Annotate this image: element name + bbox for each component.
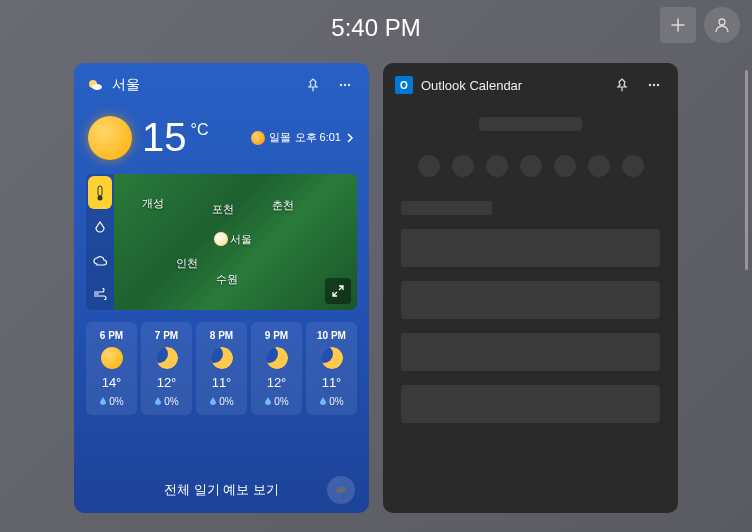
sunset-icon: [251, 131, 265, 145]
svg-point-4: [344, 84, 346, 86]
plus-icon: [670, 17, 686, 33]
top-bar: 5:40 PM: [0, 0, 752, 55]
hour-temp: 12°: [267, 375, 287, 390]
sunset-link[interactable]: 일몰 오후 6:01: [251, 130, 355, 145]
map-canvas[interactable]: 개성 포천 춘천 서울 인천 수원: [114, 174, 357, 310]
hour-card[interactable]: 10 PM 11° 0%: [306, 322, 357, 415]
map-city-incheon: 인천: [176, 256, 198, 271]
skeleton-block: [401, 281, 660, 319]
pin-button[interactable]: [301, 73, 325, 97]
svg-point-5: [348, 84, 350, 86]
hour-precip: 0%: [319, 396, 343, 407]
footer-badge-button[interactable]: [327, 476, 355, 504]
outlook-body-loading: [383, 107, 678, 433]
svg-point-7: [98, 195, 103, 200]
hour-temp: 11°: [212, 375, 232, 390]
hour-time: 6 PM: [100, 330, 123, 341]
sun-icon: [101, 347, 123, 369]
hour-precip: 0%: [99, 396, 123, 407]
profile-button[interactable]: [704, 7, 740, 43]
hour-time: 9 PM: [265, 330, 288, 341]
skeleton-dot: [520, 155, 542, 177]
sun-icon: [88, 116, 132, 160]
skeleton-block: [401, 333, 660, 371]
weather-app-icon: [86, 76, 104, 94]
skeleton-block: [401, 229, 660, 267]
hour-temp: 12°: [157, 375, 177, 390]
map-city-pocheon: 포천: [212, 202, 234, 217]
skeleton-dot: [554, 155, 576, 177]
skeleton-dot: [622, 155, 644, 177]
hour-time: 7 PM: [155, 330, 178, 341]
hour-card[interactable]: 8 PM 11° 0%: [196, 322, 247, 415]
add-widget-button[interactable]: [660, 7, 696, 43]
scrollbar[interactable]: [745, 70, 748, 270]
hour-temp: 11°: [322, 375, 342, 390]
outlook-header: O Outlook Calendar: [383, 63, 678, 107]
hour-precip: 0%: [264, 396, 288, 407]
temp-value: 15: [142, 115, 187, 160]
chevron-right-icon: [345, 133, 355, 143]
full-forecast-link[interactable]: 전체 일기 예보 보기: [164, 481, 279, 499]
map-tab-precipitation[interactable]: [86, 211, 114, 244]
more-icon: [647, 78, 661, 92]
hour-card[interactable]: 6 PM 14° 0%: [86, 322, 137, 415]
skeleton-bar: [401, 201, 492, 215]
more-button[interactable]: [642, 73, 666, 97]
map-tab-wind[interactable]: [86, 277, 114, 310]
svg-point-2: [92, 84, 102, 90]
hour-precip: 0%: [154, 396, 178, 407]
svg-point-9: [653, 84, 655, 86]
map-tab-temperature[interactable]: [88, 176, 112, 209]
wind-icon: [93, 288, 107, 300]
weather-widget: 서울 15 °C 일몰 오후 6:01: [74, 63, 369, 513]
map-city-suwon: 수원: [216, 272, 238, 287]
weather-footer: 전체 일기 예보 보기: [74, 467, 369, 513]
cloud-icon: [93, 255, 107, 267]
hour-time: 8 PM: [210, 330, 233, 341]
skeleton-dot: [418, 155, 440, 177]
skeleton-dot: [452, 155, 474, 177]
map-tab-clouds[interactable]: [86, 244, 114, 277]
map-layer-tabs: [86, 174, 114, 310]
droplet-icon: [94, 221, 106, 235]
map-city-gaeseong: 개성: [142, 196, 164, 211]
hour-precip: 0%: [209, 396, 233, 407]
outlook-title: Outlook Calendar: [421, 78, 602, 93]
map-city-chuncheon: 춘천: [272, 198, 294, 213]
widgets-container: 서울 15 °C 일몰 오후 6:01: [0, 55, 752, 513]
skeleton-dot: [486, 155, 508, 177]
map-marker-seoul: [214, 232, 228, 246]
thermometer-icon: [94, 185, 106, 201]
pin-button[interactable]: [610, 73, 634, 97]
skeleton-dot: [588, 155, 610, 177]
hour-card[interactable]: 9 PM 12° 0%: [251, 322, 302, 415]
svg-point-8: [649, 84, 651, 86]
droplet-icon: [99, 397, 107, 407]
expand-icon: [331, 284, 345, 298]
clock-time: 5:40 PM: [331, 14, 420, 42]
droplet-icon: [319, 397, 327, 407]
hour-card[interactable]: 7 PM 12° 0%: [141, 322, 192, 415]
moon-icon: [211, 347, 233, 369]
more-button[interactable]: [333, 73, 357, 97]
map-expand-button[interactable]: [325, 278, 351, 304]
outlook-widget: O Outlook Calendar: [383, 63, 678, 513]
outlook-logo-icon: O: [395, 76, 413, 94]
moon-icon: [156, 347, 178, 369]
pin-icon: [306, 78, 320, 92]
top-actions: [660, 7, 740, 43]
bird-icon: [333, 482, 349, 498]
svg-rect-6: [98, 186, 102, 196]
current-temperature: 15 °C: [142, 115, 208, 160]
droplet-icon: [154, 397, 162, 407]
weather-location: 서울: [112, 76, 293, 94]
moon-icon: [321, 347, 343, 369]
person-icon: [713, 16, 731, 34]
skeleton-bar: [479, 117, 583, 131]
temp-unit: °C: [191, 121, 209, 139]
hourly-forecast: 6 PM 14° 0% 7 PM 12° 0% 8 PM 11° 0% 9 PM…: [74, 310, 369, 415]
moon-icon: [266, 347, 288, 369]
weather-map: 개성 포천 춘천 서울 인천 수원: [86, 174, 357, 310]
map-city-seoul: 서울: [230, 232, 252, 247]
